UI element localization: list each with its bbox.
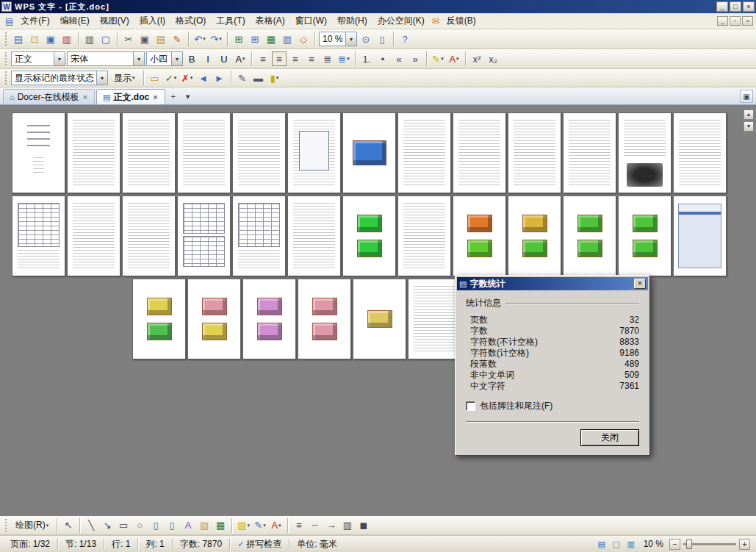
zoom-slider-thumb[interactable]	[686, 540, 692, 549]
redo-icon[interactable]: ↷▾	[209, 32, 223, 46]
menu-item-window[interactable]: 窗口(W)	[290, 13, 332, 29]
page-thumbnail[interactable]	[353, 279, 406, 359]
toolbar-grip[interactable]	[4, 52, 7, 65]
menu-item-table[interactable]: 表格(A)	[251, 13, 290, 29]
style-combo[interactable]: 正文▾	[11, 51, 65, 66]
accept-change-icon[interactable]: ✓▾	[164, 71, 179, 85]
draw-menu-button[interactable]: 绘图(R)▾	[11, 518, 53, 533]
insert-chart-icon[interactable]: ▦	[264, 32, 278, 46]
new-tab-button[interactable]: +	[167, 90, 180, 103]
page-thumbnail[interactable]	[563, 112, 616, 193]
align-center-icon[interactable]: ≡	[272, 51, 287, 66]
page-thumbnail[interactable]	[287, 196, 341, 276]
highlight-color-icon[interactable]: ✎▾	[431, 51, 445, 66]
dropdown-arrow-icon[interactable]: ▾	[54, 52, 65, 65]
save-icon[interactable]: ▣	[43, 32, 58, 46]
page-thumbnail[interactable]	[397, 196, 451, 276]
shadow-style-icon[interactable]: ▥	[340, 518, 355, 533]
page-thumbnail[interactable]	[342, 112, 396, 193]
toolbar-grip[interactable]	[4, 519, 7, 532]
reject-change-icon[interactable]: ✗▾	[180, 71, 195, 85]
status-spell-check[interactable]: ✓拼写检查	[233, 538, 286, 551]
word-art-icon[interactable]: A	[181, 518, 195, 533]
threed-style-icon[interactable]: ◼	[356, 518, 371, 533]
minimize-button[interactable]: _	[716, 1, 728, 12]
page-thumbnail[interactable]	[618, 196, 672, 276]
checkbox-unchecked-icon[interactable]	[466, 401, 475, 411]
page-thumbnail[interactable]	[453, 196, 506, 276]
previous-change-icon[interactable]: ◄	[196, 71, 211, 85]
menu-item-format[interactable]: 格式(O)	[170, 13, 211, 29]
font-color-icon[interactable]: A▾	[447, 51, 461, 66]
vertical-text-box-icon[interactable]: ▯	[165, 518, 179, 533]
fullscreen-view-icon[interactable]: ▢	[610, 538, 623, 550]
close-tab-icon[interactable]: ×	[82, 93, 88, 101]
line-icon[interactable]: ╲	[84, 518, 98, 533]
copy-icon[interactable]: ▣	[137, 32, 152, 46]
doc-minimize-button[interactable]: _	[717, 16, 728, 26]
include-footnotes-option[interactable]: 包括脚注和尾注(F)	[466, 400, 639, 412]
italic-icon[interactable]: I	[201, 51, 215, 66]
undo-icon[interactable]: ↶▾	[192, 32, 207, 46]
page-thumbnail[interactable]	[673, 112, 727, 193]
print-preview-icon[interactable]: ▢	[98, 32, 113, 46]
menu-item-workspace[interactable]: 办公空间(K)	[372, 13, 430, 29]
page-thumbnail[interactable]	[12, 196, 65, 276]
dialog-close-icon[interactable]: ×	[634, 279, 646, 289]
bullets-icon[interactable]: •	[375, 51, 390, 66]
cut-icon[interactable]: ✂	[121, 32, 136, 46]
open-icon[interactable]: ⊡	[27, 32, 42, 46]
page-thumbnail[interactable]	[342, 196, 396, 276]
page-thumbnail[interactable]	[397, 112, 451, 193]
help-icon[interactable]: ?	[397, 32, 412, 46]
line-style-icon[interactable]: ≡	[292, 518, 306, 533]
oval-icon[interactable]: ○	[132, 518, 147, 533]
page-thumbnail[interactable]	[232, 112, 286, 193]
dropdown-arrow-icon[interactable]: ▾	[96, 71, 107, 85]
dialog-title-bar[interactable]: ▤ 字数统计 ×	[457, 277, 648, 290]
page-thumbnail[interactable]	[12, 112, 65, 193]
page-thumbnail[interactable]	[177, 196, 231, 276]
drawing-toolbar-icon[interactable]: ◇	[296, 32, 311, 46]
status-section-indicator[interactable]: 节: 1/13	[61, 538, 101, 551]
tab-docer-templates[interactable]: ⌂Docer-在线模板×	[3, 89, 95, 104]
arrow-line-icon[interactable]: ↘	[100, 518, 115, 533]
bold-icon[interactable]: B	[184, 51, 199, 66]
dropdown-arrow-icon[interactable]: ▾	[171, 52, 182, 65]
font-combo[interactable]: 宋体▾	[67, 51, 145, 66]
distribute-text-icon[interactable]: ≣	[320, 51, 335, 66]
page-thumbnail[interactable]	[67, 112, 120, 193]
menu-item-edit[interactable]: 编辑(E)	[55, 13, 95, 29]
character-border-icon[interactable]: A▾	[233, 51, 248, 66]
document-menu-icon[interactable]: ▤	[5, 16, 13, 26]
page-thumbnail[interactable]	[298, 279, 351, 359]
align-right-icon[interactable]: ≡	[288, 51, 303, 66]
find-icon[interactable]: ⊙	[359, 32, 373, 46]
align-justify-icon[interactable]: ≡	[304, 51, 319, 66]
align-left-icon[interactable]: ≡	[256, 51, 270, 66]
page-thumbnail[interactable]	[242, 279, 296, 359]
numbering-icon[interactable]: 1.	[359, 51, 374, 66]
markup-display-combo[interactable]: 显示标记的最终状态▾	[11, 71, 108, 85]
close-dialog-button[interactable]: 关闭	[580, 429, 639, 446]
clip-art-icon[interactable]: ▧	[197, 518, 212, 533]
menu-item-feedback[interactable]: 反馈(B)	[442, 13, 481, 29]
tab-list-arrow-icon[interactable]: ▾	[181, 90, 195, 103]
doc-restore-button[interactable]: ▫	[730, 16, 741, 26]
page-thumbnail[interactable]	[673, 196, 727, 276]
menu-item-view[interactable]: 视图(V)	[95, 13, 134, 29]
close-button[interactable]: ×	[743, 1, 755, 12]
decrease-indent-icon[interactable]: «	[392, 51, 406, 66]
page-thumbnail[interactable]	[177, 112, 231, 193]
arrow-style-icon[interactable]: →	[324, 518, 339, 533]
export-pdf-icon[interactable]: ▥	[60, 32, 74, 46]
insert-worksheet-icon[interactable]: ⊞	[248, 32, 262, 46]
track-changes-icon[interactable]: ✎	[235, 71, 250, 85]
toolbar-grip[interactable]	[4, 32, 7, 46]
font-size-combo[interactable]: 小四▾	[146, 51, 183, 66]
zoom-slider[interactable]	[683, 543, 736, 545]
format-painter-icon[interactable]: ✎	[170, 32, 184, 46]
dropdown-arrow-icon[interactable]: ▾	[133, 52, 144, 65]
status-unit[interactable]: 单位: 毫米	[292, 538, 342, 551]
insert-table-icon[interactable]: ⊞	[231, 32, 246, 46]
